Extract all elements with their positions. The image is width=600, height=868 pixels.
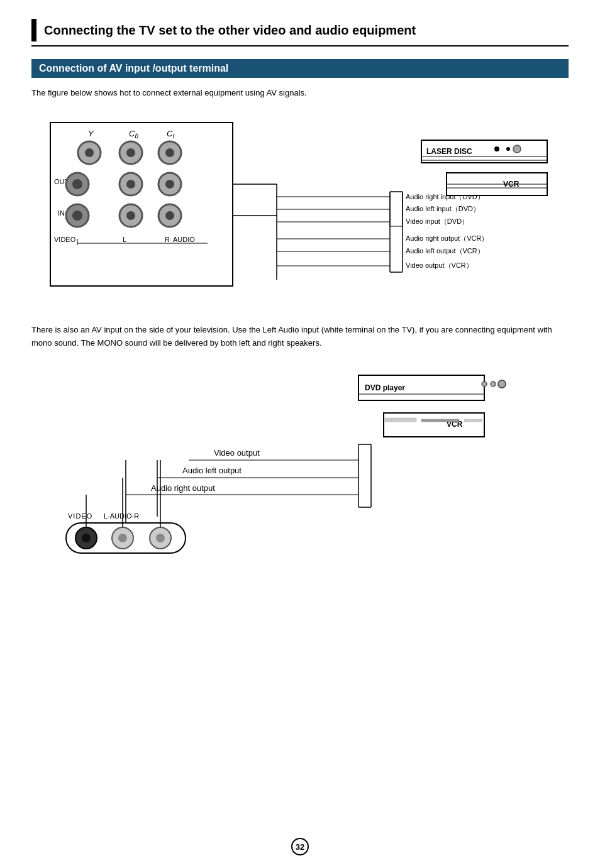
svg-point-5 xyxy=(85,148,94,157)
svg-rect-69 xyxy=(384,413,484,437)
svg-point-56 xyxy=(513,145,521,153)
svg-text:Audio left output（VCR）: Audio left output（VCR） xyxy=(406,247,484,255)
page-header: Connecting the TV set to the other video… xyxy=(31,19,569,47)
svg-text:DVD player: DVD player xyxy=(365,383,405,392)
svg-text:LASER DISC: LASER DISC xyxy=(426,147,472,156)
intro-text: The figure below shows hot to connect ex… xyxy=(31,88,569,97)
svg-text:Video  input（DVD）: Video input（DVD） xyxy=(406,217,469,225)
svg-text:Audio right output（VCR）: Audio right output（VCR） xyxy=(406,234,488,242)
diagram2-svg: DVD player VCR xyxy=(31,363,572,558)
svg-text:Video output: Video output xyxy=(214,448,260,458)
svg-point-21 xyxy=(126,211,135,220)
svg-point-7 xyxy=(126,148,135,157)
svg-point-12 xyxy=(72,179,82,189)
svg-point-54 xyxy=(494,146,499,151)
svg-point-55 xyxy=(506,147,510,151)
svg-text:L-AUDIO-R: L-AUDIO-R xyxy=(104,512,139,520)
svg-text:Audio left  input（DVD）: Audio left input（DVD） xyxy=(406,205,480,212)
page-number: 32 xyxy=(291,838,309,855)
page-title: Connecting the TV set to the other video… xyxy=(44,23,416,38)
svg-point-14 xyxy=(126,180,135,189)
svg-rect-72 xyxy=(421,419,459,422)
diagram1-svg: Y Cb Cr OUT IN xyxy=(31,110,572,311)
svg-text:L: L xyxy=(123,236,126,243)
svg-point-90 xyxy=(82,534,91,542)
svg-point-66 xyxy=(491,382,496,387)
svg-point-16 xyxy=(165,180,174,189)
svg-rect-71 xyxy=(385,418,416,422)
svg-point-94 xyxy=(156,534,165,542)
svg-point-92 xyxy=(118,534,127,542)
svg-text:IN: IN xyxy=(58,209,65,217)
svg-text:Y: Y xyxy=(88,129,94,138)
diagram1: Y Cb Cr OUT IN xyxy=(31,110,572,311)
svg-rect-73 xyxy=(464,419,482,422)
svg-point-9 xyxy=(165,148,174,157)
header-bar xyxy=(31,19,36,41)
svg-text:VIDEO: VIDEO xyxy=(54,236,76,243)
svg-point-23 xyxy=(165,211,174,220)
svg-text:R: R xyxy=(165,236,170,243)
svg-text:Video output（VCR）: Video output（VCR） xyxy=(406,261,473,269)
svg-text:VIDEO: VIDEO xyxy=(68,512,92,520)
svg-point-67 xyxy=(498,380,506,388)
svg-point-65 xyxy=(482,382,487,387)
section-title: Connection of AV input /output terminal xyxy=(31,59,569,78)
svg-text:AUDIO: AUDIO xyxy=(173,236,195,243)
svg-text:Audio left output: Audio left output xyxy=(182,466,242,475)
svg-point-19 xyxy=(72,211,82,221)
section2-text: There is also an AV input on the side of… xyxy=(31,324,569,350)
diagram2: DVD player VCR xyxy=(31,363,572,564)
